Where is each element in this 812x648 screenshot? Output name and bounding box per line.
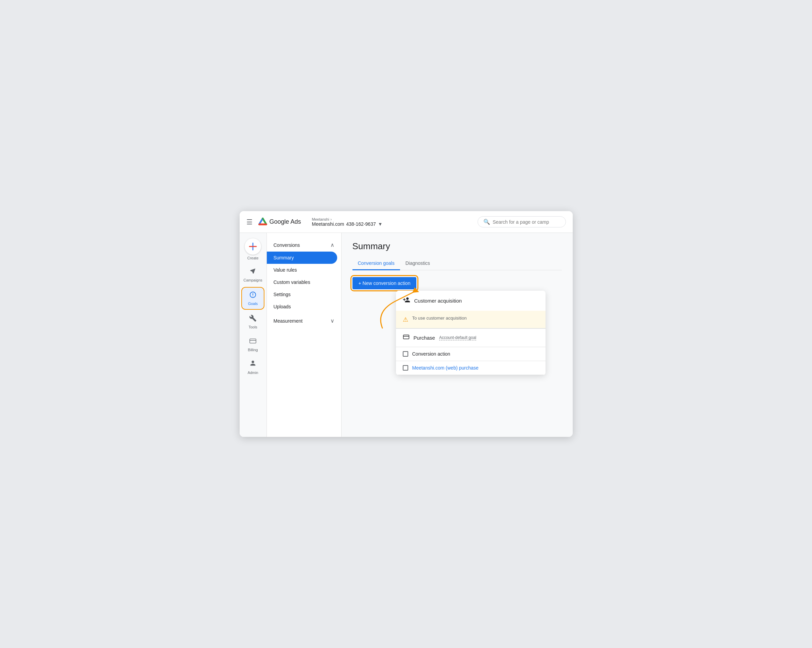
purchase-header-row: Purchase Account-default goal [396, 329, 545, 347]
web-purchase-checkbox[interactable] [403, 365, 408, 371]
sidebar-item-goals-label: Goals [248, 301, 258, 306]
nav-item-custom-variables[interactable]: Custom variables [267, 276, 341, 288]
sidebar-item-campaigns-label: Campaigns [243, 278, 263, 282]
sidebar-item-goals[interactable]: Goals [241, 287, 264, 310]
conversion-action-checkbox[interactable] [403, 351, 408, 357]
customer-acquisition-label: Customer acquisition [414, 298, 462, 304]
account-chevron-icon: ▼ [378, 221, 383, 227]
account-breadcrumb: Meetanshi › [312, 217, 383, 221]
nav-sidebar: Conversions ∧ Summary Value rules Custom… [267, 233, 342, 437]
chevron-down-icon: ∨ [330, 318, 334, 324]
icon-sidebar: Create Campaigns Goals Tools [240, 233, 267, 437]
sidebar-item-billing-label: Billing [248, 348, 258, 352]
customer-acquisition-item[interactable]: Customer acquisition [396, 291, 545, 311]
warning-box: ⚠ To use customer acquisition [396, 311, 545, 328]
nav-section-measurement: Measurement ∨ [267, 314, 341, 327]
google-ads-logo: Google Ads [258, 217, 301, 227]
nav-section-conversions: Conversions ∧ Summary Value rules Custom… [267, 238, 341, 313]
conversion-action-row[interactable]: Conversion action [396, 347, 545, 361]
sidebar-item-billing[interactable]: Billing [241, 334, 264, 355]
content-area: + New conversion action [342, 270, 573, 296]
warning-text: To use customer acquisition [412, 315, 467, 321]
body: Create Campaigns Goals Tools [240, 233, 573, 437]
nav-item-settings[interactable]: Settings [267, 288, 341, 301]
account-info: Meetanshi › Meetanshi.com 438-162-9637 ▼ [312, 217, 383, 227]
search-bar[interactable]: 🔍 [478, 216, 566, 228]
svg-rect-3 [250, 339, 256, 343]
logo-icon [258, 217, 267, 227]
sidebar-item-tools[interactable]: Tools [241, 311, 264, 333]
purchase-icon [403, 333, 409, 342]
plus-icon [248, 242, 258, 251]
nav-item-uploads[interactable]: Uploads [267, 301, 341, 313]
tools-icon [249, 315, 256, 324]
create-label: Create [247, 256, 258, 260]
dropdown-panel: Customer acquisition ⚠ To use customer a… [396, 291, 545, 375]
menu-icon[interactable]: ☰ [246, 218, 253, 226]
web-purchase-row[interactable]: Meetanshi.com (web) purchase [396, 361, 545, 375]
customer-acquisition-section: Customer acquisition ⚠ To use customer a… [396, 291, 545, 329]
conversion-action-label: Conversion action [412, 351, 450, 357]
search-input[interactable] [493, 219, 560, 225]
campaigns-icon [249, 267, 256, 277]
main-content: Summary Conversion goals Diagnostics + N… [342, 233, 573, 437]
tab-diagnostics[interactable]: Diagnostics [400, 257, 435, 270]
goals-icon [249, 291, 256, 300]
admin-icon [249, 360, 256, 369]
account-name-row[interactable]: Meetanshi.com 438-162-9637 ▼ [312, 221, 383, 227]
purchase-section: Purchase Account-default goal Conversion… [396, 329, 545, 375]
sidebar-item-admin-label: Admin [247, 371, 258, 374]
sidebar-item-tools-label: Tools [249, 325, 257, 329]
billing-icon [249, 337, 256, 347]
chevron-up-icon: ∧ [330, 242, 334, 248]
logo-text: Google Ads [270, 218, 301, 225]
create-circle[interactable] [245, 238, 261, 255]
tab-conversion-goals[interactable]: Conversion goals [353, 257, 400, 270]
sidebar-item-admin[interactable]: Admin [241, 357, 264, 378]
page-title-area: Summary Conversion goals Diagnostics [342, 233, 573, 270]
svg-rect-6 [403, 335, 409, 339]
tabs-row: Conversion goals Diagnostics [353, 257, 562, 270]
app-window: ☰ Google Ads Meetanshi › Meetanshi.com 4… [240, 211, 573, 437]
nav-item-summary[interactable]: Summary [267, 252, 337, 264]
new-conversion-action-button[interactable]: + New conversion action [353, 277, 417, 289]
account-default-badge: Account-default goal [439, 335, 476, 340]
nav-item-value-rules[interactable]: Value rules [267, 264, 341, 276]
purchase-label: Purchase [414, 335, 435, 341]
customer-acquisition-icon [403, 296, 410, 305]
sidebar-item-campaigns[interactable]: Campaigns [241, 264, 264, 286]
header: ☰ Google Ads Meetanshi › Meetanshi.com 4… [240, 211, 573, 233]
search-icon: 🔍 [483, 219, 490, 225]
create-button[interactable]: Create [245, 238, 261, 260]
page-title: Summary [353, 241, 562, 252]
nav-section-header-conversions[interactable]: Conversions ∧ [267, 238, 341, 252]
nav-section-header-measurement[interactable]: Measurement ∨ [267, 314, 341, 327]
warning-icon: ⚠ [403, 316, 408, 323]
web-purchase-label: Meetanshi.com (web) purchase [412, 365, 479, 371]
